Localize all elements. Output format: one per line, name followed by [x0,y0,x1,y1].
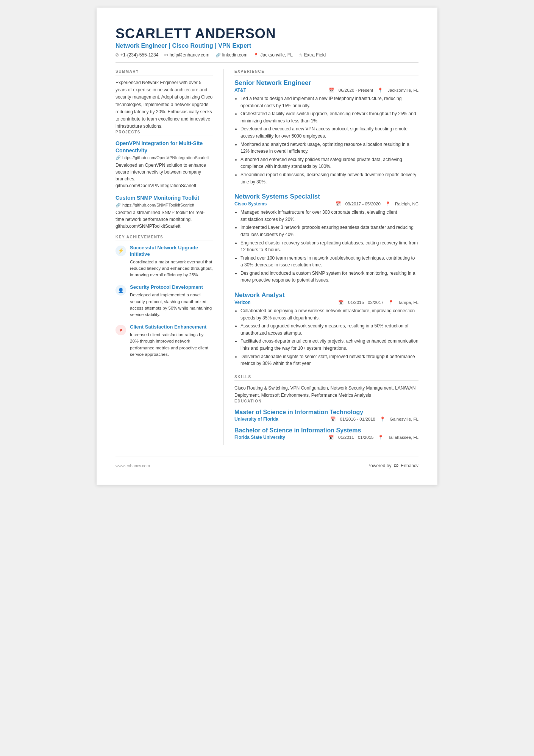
education-section: EDUCATION Master of Science in Informati… [234,399,418,440]
edu-dates-1: 01/2011 - 01/2015 [338,435,373,440]
email-text: help@enhancv.com [169,52,209,58]
experience-label: EXPERIENCE [234,69,418,75]
list-item: Facilitated cross-departmental connectiv… [240,338,418,352]
exp-item-2: Network Analyst Verizon 📅 01/2015 - 02/2… [234,291,418,367]
achievement-title-0: Successful Network Upgrade Initiative [130,245,213,258]
extra-text: Extra Field [304,52,326,58]
edu-cal-icon-0: 📅 [330,416,336,422]
person-icon: 👤 [118,288,124,293]
header: SCARLETT ANDERSON Network Engineer | Cis… [116,26,418,63]
exp-company-2: Verizon [234,300,251,305]
exp-bullets-0: Led a team to design and implement a new… [234,95,418,185]
achievement-title-2: Client Satisfaction Enhancement [130,324,213,330]
list-item: Monitored and analyzed network usage, op… [240,141,418,155]
exp-meta-0: AT&T 📅 06/2020 - Present 📍 Jacksonville,… [234,88,418,93]
heart-icon: ♥ [119,327,122,333]
achievement-content-0: Successful Network Upgrade Initiative Co… [130,245,213,279]
cal-icon-1: 📅 [336,201,341,207]
edu-degree-0: Master of Science in Information Technol… [234,409,418,416]
project-url-1: https://github.com/SNMPToolkitScarlett [122,203,194,207]
summary-section: SUMMARY Experienced Network Engineer wit… [116,69,213,130]
summary-text: Experienced Network Engineer with over 5… [116,79,213,130]
edu-dates-0: 01/2016 - 01/2018 [340,417,375,421]
phone-text: +1-(234)-555-1234 [120,52,158,58]
exp-dates-2: 01/2015 - 02/2017 [348,300,383,305]
contact-bar: ✆ +1-(234)-555-1234 ✉ help@enhancv.com 🔗… [116,52,418,63]
skills-section: SKILLS Cisco Routing & Switching, VPN Co… [234,375,418,399]
left-column: SUMMARY Experienced Network Engineer wit… [116,69,223,445]
link-icon-0: 🔗 [116,155,121,160]
edu-cal-icon-1: 📅 [328,435,334,440]
lightning-icon: ⚡ [118,248,124,254]
achievements-section: KEY ACHIEVEMENTS ⚡ Successful Network Up… [116,235,213,358]
edu-dates-loc-0: 📅 01/2016 - 01/2018 📍 Gainesville, FL [330,416,418,422]
edu-school-0: University of Florida [234,416,278,422]
list-item: Trained over 100 team members in network… [240,255,418,269]
footer-brand: Powered by ∞ Enhancv [367,462,418,470]
edu-pin-icon-0: 📍 [380,416,385,422]
list-item: Managed network infrastructure for over … [240,209,418,223]
resume-document: SCARLETT ANDERSON Network Engineer | Cis… [97,8,437,485]
exp-title-0: Senior Network Engineer [234,79,418,87]
list-item: Collaborated on deploying a new wireless… [240,307,418,321]
body-layout: SUMMARY Experienced Network Engineer wit… [116,69,418,445]
exp-title-1: Network Systems Specialist [234,193,418,200]
brand-name: Enhancv [401,463,418,468]
list-item: Developed and executed a new VPN access … [240,125,418,139]
achievement-content-2: Client Satisfaction Enhancement Increase… [130,324,213,358]
exp-dates-0: 06/2020 - Present [339,88,373,92]
location-text: Jacksonville, FL [260,52,292,58]
exp-company-0: AT&T [234,88,246,93]
edu-degree-1: Bachelor of Science in Information Syste… [234,427,418,434]
exp-dates-loc-1: 📅 03/2017 - 05/2020 📍 Raleigh, NC [336,201,418,207]
achievement-desc-0: Coordinated a major network overhaul tha… [130,259,213,279]
exp-dates-loc-0: 📅 06/2020 - Present 📍 Jacksonville, FL [329,88,418,93]
phone-icon: ✆ [116,53,119,58]
exp-item-0: Senior Network Engineer AT&T 📅 06/2020 -… [234,79,418,185]
project-item-1: Custom SNMP Monitoring Toolkit 🔗 https:/… [116,194,213,230]
achievement-desc-1: Developed and implemented a novel securi… [130,292,213,318]
exp-meta-2: Verizon 📅 01/2015 - 02/2017 📍 Tampa, FL [234,300,418,305]
exp-meta-1: Cisco Systems 📅 03/2017 - 05/2020 📍 Rale… [234,201,418,207]
list-item: Engineered disaster recovery solutions r… [240,239,418,254]
skills-label: SKILLS [234,375,418,381]
achievement-content-1: Security Protocol Development Developed … [130,284,213,318]
linkedin-icon: 🔗 [215,53,221,58]
project-link-1: 🔗 https://github.com/SNMPToolkitScarlett [116,203,213,208]
project-desc-1: Created a streamlined SNMP toolkit for r… [116,209,213,230]
project-link-0: 🔗 https://github.com/OpenVPNIntegrationS… [116,155,213,160]
contact-location: 📍 Jacksonville, FL [253,52,292,58]
achievement-icon-wrap-0: ⚡ [116,246,126,256]
achievement-item-1: 👤 Security Protocol Development Develope… [116,284,213,318]
exp-title-2: Network Analyst [234,291,418,299]
exp-location-2: Tampa, FL [398,300,418,305]
cal-icon-0: 📅 [329,88,334,93]
edu-item-0: Master of Science in Information Technol… [234,409,418,422]
edu-dates-loc-1: 📅 01/2011 - 01/2015 📍 Tallahassee, FL [328,435,418,440]
edu-meta-0: University of Florida 📅 01/2016 - 01/201… [234,416,418,422]
achievement-icon-wrap-1: 👤 [116,285,126,296]
list-item: Led a team to design and implement a new… [240,95,418,109]
achievement-item-2: ♥ Client Satisfaction Enhancement Increa… [116,324,213,358]
experience-section: EXPERIENCE Senior Network Engineer AT&T … [234,69,418,367]
star-icon: ☆ [299,53,303,58]
location-icon: 📍 [253,53,259,58]
right-column: EXPERIENCE Senior Network Engineer AT&T … [223,69,418,445]
enhancv-logo-icon: ∞ [393,462,398,470]
edu-location-0: Gainesville, FL [390,417,418,421]
projects-label: PROJECTS [116,130,213,136]
achievement-desc-2: Increased client satisfaction ratings by… [130,332,213,358]
exp-item-1: Network Systems Specialist Cisco Systems… [234,193,418,284]
list-item: Designed and introduced a custom SNMP sy… [240,270,418,284]
edu-location-1: Tallahassee, FL [388,435,418,440]
summary-label: SUMMARY [116,69,213,75]
exp-dates-loc-2: 📅 01/2015 - 02/2017 📍 Tampa, FL [338,300,418,305]
pin-icon-2: 📍 [388,300,393,305]
exp-company-1: Cisco Systems [234,201,267,207]
achievement-icon-wrap-2: ♥ [116,325,126,335]
project-desc-0: Developed an OpenVPN solution to enhance… [116,162,213,189]
email-icon: ✉ [164,53,168,58]
achievement-title-1: Security Protocol Development [130,284,213,291]
achievement-item-0: ⚡ Successful Network Upgrade Initiative … [116,245,213,279]
exp-location-0: Jacksonville, FL [387,88,418,92]
